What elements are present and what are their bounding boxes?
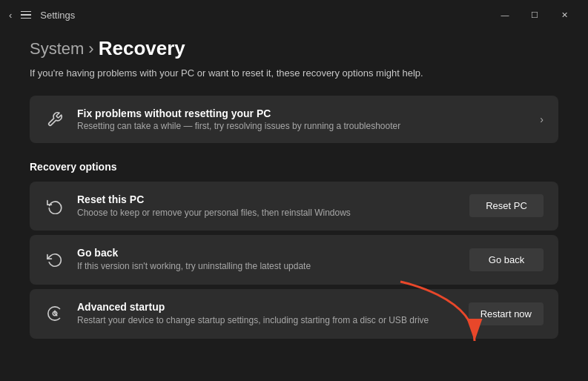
fix-card-title: Fix problems without resetting your PC xyxy=(77,107,528,119)
go-back-title: Go back xyxy=(77,247,457,259)
reset-pc-card: Reset this PC Choose to keep or remove y… xyxy=(30,182,558,231)
advanced-startup-icon xyxy=(44,305,65,322)
breadcrumb-separator: › xyxy=(88,39,93,59)
advanced-startup-subtitle: Restart your device to change startup se… xyxy=(77,314,457,327)
go-back-icon xyxy=(44,252,65,268)
minimize-button[interactable]: — xyxy=(490,3,520,27)
reset-icon xyxy=(44,198,65,214)
fix-card-text: Fix problems without resetting your PC R… xyxy=(77,107,528,131)
app-title: Settings xyxy=(40,10,481,21)
maximize-button[interactable]: ☐ xyxy=(520,3,549,27)
reset-pc-title: Reset this PC xyxy=(77,193,457,205)
recovery-options-title: Recovery options xyxy=(30,161,558,173)
advanced-startup-text: Advanced startup Restart your device to … xyxy=(77,301,457,327)
reset-pc-text: Reset this PC Choose to keep or remove y… xyxy=(77,193,457,219)
fix-problems-card[interactable]: Fix problems without resetting your PC R… xyxy=(30,96,558,143)
wrench-icon xyxy=(44,111,65,127)
restart-now-button[interactable]: Restart now xyxy=(469,302,544,325)
main-content: System › Recovery If you're having probl… xyxy=(0,30,588,358)
hamburger-menu[interactable] xyxy=(21,11,31,19)
reset-pc-subtitle: Choose to keep or remove your personal f… xyxy=(77,207,457,219)
breadcrumb-current: Recovery xyxy=(99,37,185,60)
breadcrumb: System › Recovery xyxy=(30,37,558,60)
reset-pc-button[interactable]: Reset PC xyxy=(469,194,544,217)
go-back-button[interactable]: Go back xyxy=(469,248,544,271)
fix-card-subtitle: Resetting can take a while — first, try … xyxy=(77,121,528,131)
window-controls: — ☐ ✕ xyxy=(490,3,579,27)
breadcrumb-system[interactable]: System xyxy=(30,39,84,59)
advanced-startup-title: Advanced startup xyxy=(77,301,457,313)
chevron-right-icon: › xyxy=(540,113,544,125)
go-back-text: Go back If this version isn't working, t… xyxy=(77,247,457,273)
page-description: If you're having problems with your PC o… xyxy=(30,66,558,81)
go-back-subtitle: If this version isn't working, try unins… xyxy=(77,260,457,273)
advanced-startup-card: Advanced startup Restart your device to … xyxy=(30,289,558,339)
back-button[interactable]: ‹ xyxy=(9,10,12,21)
title-bar: ‹ Settings — ☐ ✕ xyxy=(0,0,588,30)
go-back-card: Go back If this version isn't working, t… xyxy=(30,235,558,285)
close-button[interactable]: ✕ xyxy=(549,3,579,27)
